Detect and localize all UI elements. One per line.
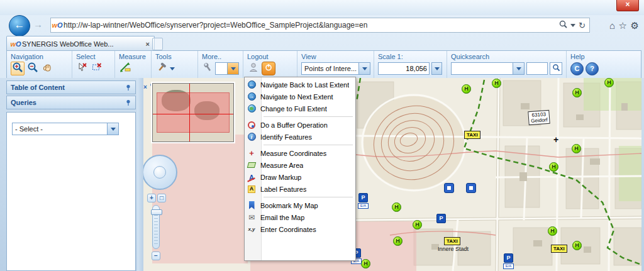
parking-icon[interactable]: P <box>436 214 446 223</box>
favorites-star-icon[interactable]: ☆ <box>619 20 627 31</box>
pin-icon[interactable] <box>125 84 131 91</box>
tools-dropdown-caret[interactable] <box>170 67 175 73</box>
menu-item-enter-coordinates[interactable]: x,yEnter Coordinates <box>245 223 355 235</box>
query-dropdown-trigger[interactable] <box>107 123 118 135</box>
zoom-minus-button[interactable]: − <box>152 252 160 260</box>
stop-marker[interactable]: H <box>548 226 557 236</box>
quicksearch-dropdown-trigger[interactable] <box>513 63 524 74</box>
menu-item-buffer-operation[interactable]: Do a Buffer Operation <box>245 119 355 131</box>
pan-east-arrow[interactable] <box>167 169 174 175</box>
panel-header-queries[interactable]: Queries <box>6 96 136 109</box>
menu-item-label: Draw Markup <box>260 174 301 181</box>
menu-item-label-features[interactable]: ALabel Features <box>245 183 355 195</box>
globe-icon <box>248 104 256 113</box>
stop-marker[interactable]: H <box>361 259 370 268</box>
stop-marker[interactable]: H <box>549 162 558 172</box>
stop-marker[interactable]: H <box>572 241 582 250</box>
overview-close-icon[interactable]: × <box>143 84 147 91</box>
browser-forward-button[interactable]: → <box>33 19 43 30</box>
taxi-sign[interactable]: TAXI <box>551 245 567 253</box>
zoom-box-button[interactable]: □ <box>157 194 166 202</box>
help-button[interactable]: ? <box>586 62 599 75</box>
browser-back-button[interactable]: ← <box>9 15 30 36</box>
pointer-x-icon <box>77 62 88 75</box>
clear-selection-tool[interactable] <box>76 62 89 75</box>
stop-marker[interactable]: H <box>413 220 422 230</box>
poi-icon[interactable] <box>444 183 454 193</box>
browser-tab[interactable]: wO SYNERGIS WebOffice Web... × <box>6 36 155 51</box>
menu-item-measure-area[interactable]: Measure Area <box>245 159 355 171</box>
stop-marker[interactable]: H <box>392 202 401 212</box>
taxi-sign[interactable]: TAXI <box>464 131 480 139</box>
refresh-icon[interactable]: ↻ <box>579 21 586 30</box>
autocomplete-dropdown-icon[interactable] <box>570 24 575 30</box>
stop-marker[interactable]: H <box>572 88 582 97</box>
zoom-buttons: + □ <box>147 194 166 202</box>
scale-input[interactable] <box>378 62 430 75</box>
menu-item-navigate-back[interactable]: ←Navigate Back to Last Extent <box>245 79 355 91</box>
scale-dropdown-trigger[interactable] <box>432 63 441 74</box>
pan-south-arrow[interactable] <box>157 180 163 186</box>
zoom-in-tool[interactable] <box>11 62 25 75</box>
new-tab-button[interactable] <box>152 38 163 50</box>
stop-marker[interactable]: H <box>572 144 581 153</box>
group-label-navigation: Navigation <box>11 52 68 61</box>
stop-marker[interactable]: H <box>462 84 471 94</box>
zoom-plus-button[interactable]: + <box>147 194 156 202</box>
pan-tool[interactable] <box>41 62 53 75</box>
more-combo[interactable] <box>215 62 239 75</box>
tab-close-button[interactable]: × <box>144 40 152 48</box>
panel-splitter[interactable] <box>137 78 143 271</box>
view-select[interactable]: Points of Intere... <box>301 62 370 75</box>
home-icon[interactable]: ⌂ <box>609 20 615 31</box>
user-tool[interactable] <box>247 62 260 75</box>
view-dropdown-trigger[interactable] <box>358 63 370 74</box>
group-label-more: More.. <box>202 52 239 61</box>
pan-west-arrow[interactable] <box>146 169 152 175</box>
zoom-out-tool[interactable] <box>26 62 39 75</box>
more-dropdown-trigger[interactable] <box>227 63 238 74</box>
menu-item-label: Do a Buffer Operation <box>260 121 328 129</box>
search-icon[interactable] <box>559 20 567 30</box>
overview-map[interactable] <box>152 83 234 142</box>
taxi-sign[interactable]: TAXI <box>444 237 460 245</box>
measure-tool[interactable] <box>119 62 131 75</box>
stop-marker[interactable]: H <box>492 79 501 88</box>
menu-item-measure-coordinates[interactable]: +Measure Coordinates <box>245 147 355 159</box>
quicksearch-button[interactable] <box>550 62 562 75</box>
query-select[interactable]: - Select - <box>12 123 119 135</box>
menu-item-bookmark-map[interactable]: Bookmark My Map <box>245 199 355 211</box>
window-close-button[interactable]: × <box>616 0 639 11</box>
pan-north-arrow[interactable] <box>157 158 163 165</box>
quicksearch-input[interactable] <box>526 62 548 75</box>
district-label: 63103Geidorf <box>528 110 550 125</box>
overview-extent-box[interactable] <box>157 92 230 133</box>
address-bar[interactable]: wO http://w-lap-wintner/WebOffice/synser… <box>50 18 590 33</box>
settings-gear-icon[interactable]: ⚙ <box>631 20 639 31</box>
pin-icon[interactable] <box>125 99 131 106</box>
contact-button[interactable]: C <box>570 62 584 75</box>
group-label-quicksearch: Quicksearch <box>451 52 562 61</box>
menu-item-draw-markup[interactable]: ADraw Markup <box>245 171 355 183</box>
menu-item-full-extent[interactable]: Change to Full Extent <box>245 102 355 114</box>
wrench-icon <box>202 62 213 75</box>
menu-item-email-map[interactable]: ✉Email the Map <box>245 211 355 223</box>
poi-icon[interactable] <box>466 183 476 193</box>
menu-item-identify-features[interactable]: iIdentify Features <box>245 131 355 143</box>
logout-button[interactable] <box>262 62 275 75</box>
parking-garage-icon[interactable]: PE/A <box>358 193 369 209</box>
zoom-slider-track[interactable] <box>152 205 160 249</box>
zoom-slider-handle[interactable] <box>151 209 162 215</box>
menu-item-navigate-next[interactable]: →Navigate to Next Extent <box>245 91 355 102</box>
stop-marker[interactable]: H <box>604 78 614 87</box>
pan-center-button[interactable] <box>153 166 166 179</box>
parking-garage-icon[interactable]: PE/A <box>503 253 514 269</box>
select-by-rectangle-tool[interactable] <box>91 62 103 75</box>
quicksearch-select[interactable] <box>451 62 525 75</box>
tools-hammer-tool[interactable] <box>155 62 168 75</box>
wrench-tool[interactable] <box>202 62 213 75</box>
panel-header-toc[interactable]: Table of Content <box>6 80 136 94</box>
stop-marker[interactable]: H <box>393 236 402 246</box>
pan-control[interactable] <box>143 155 177 190</box>
navigate-next-icon: → <box>248 92 256 101</box>
